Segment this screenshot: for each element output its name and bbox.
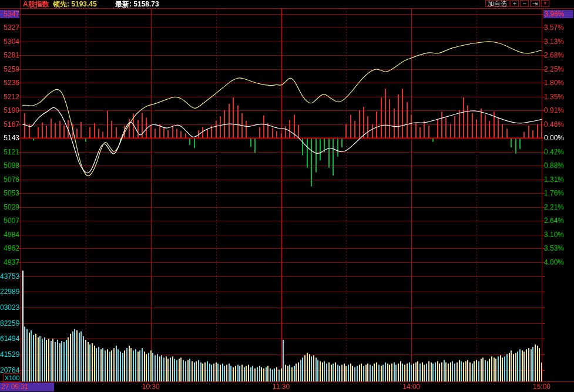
price-axis-label: 5076 <box>0 175 19 184</box>
time-axis-label: 15:00 <box>533 383 550 391</box>
title-bar: A股指数 领先: 5193.45 最新: 5158.73 加自选 + − ⇥ ▼ <box>0 0 574 8</box>
percent-axis-label: 4.00% <box>543 258 573 266</box>
percent-axis-label: 1.76% <box>543 189 573 197</box>
add-watchlist-button[interactable]: 加自选 <box>485 0 509 7</box>
price-axis-label: 4937 <box>0 258 19 266</box>
price-axis-label: 4962 <box>0 244 19 252</box>
leading-label: 领先: <box>53 0 69 8</box>
price-axis-label: 5304 <box>0 38 19 46</box>
percent-axis-label: 3.96% <box>543 10 573 18</box>
zoom-in-button[interactable]: + <box>511 0 519 7</box>
time-axis-label: 14:00 <box>402 383 420 391</box>
last-quote: 最新: 5158.73 <box>115 0 159 8</box>
intraday-chart-canvas[interactable] <box>0 0 574 392</box>
percent-axis-label: 0.91% <box>543 106 573 114</box>
leading-value: 5193.45 <box>71 0 96 8</box>
percent-axis-label: 3.53% <box>543 244 573 252</box>
dropdown-button[interactable]: ▼ <box>541 0 549 7</box>
price-axis-label: 5259 <box>0 65 19 73</box>
percent-axis-label: 0.00% <box>543 134 573 142</box>
volume-axis-label: 61494 <box>0 334 19 343</box>
price-axis-label: 5121 <box>0 148 19 156</box>
time-axis-label: 27 09:31 <box>0 383 54 391</box>
chevron-down-icon: ▼ <box>543 1 548 6</box>
price-axis-label: 5053 <box>0 189 19 197</box>
percent-axis-label: 2.68% <box>543 51 573 59</box>
percent-axis-label: 2.25% <box>543 65 573 73</box>
stock-app-window: A股指数 领先: 5193.45 最新: 5158.73 加自选 + − ⇥ ▼… <box>0 0 574 392</box>
price-axis-label: 5281 <box>0 51 19 59</box>
price-axis-label: 5143 <box>0 134 19 142</box>
percent-axis-label: 1.35% <box>543 93 573 101</box>
last-value: 5158.73 <box>133 0 159 8</box>
time-axis-label: 11:30 <box>273 383 290 391</box>
volume-unit-label: X100 <box>3 373 21 383</box>
percent-axis-label: 3.13% <box>543 38 573 46</box>
volume-axis-label: 03023 <box>0 303 19 312</box>
percent-axis-label: 3.10% <box>543 231 573 239</box>
price-axis-label: 5007 <box>0 217 19 225</box>
percent-axis-label: 1.80% <box>543 79 573 87</box>
percent-axis-label: 0.88% <box>543 161 573 170</box>
price-axis-label: 5098 <box>0 161 19 170</box>
toolbar: 加自选 + − ⇥ ▼ <box>485 0 549 8</box>
index-name: A股指数 <box>23 0 49 8</box>
percent-axis-label: 2.21% <box>543 203 573 211</box>
last-label: 最新: <box>115 0 132 8</box>
volume-axis-label: 43753 <box>0 272 19 281</box>
skip-to-end-button[interactable]: ⇥ <box>530 0 540 7</box>
volume-axis-label: 82259 <box>0 319 19 327</box>
price-axis-label: 5167 <box>0 120 19 129</box>
percent-axis-label: 0.42% <box>543 148 573 156</box>
percent-axis-label: 0.46% <box>543 120 573 129</box>
percent-axis-label: 1.31% <box>543 175 573 184</box>
percent-axis-label: 3.57% <box>543 23 573 32</box>
volume-axis-label: 22989 <box>0 288 19 296</box>
price-axis-label: 5347 <box>0 10 19 18</box>
leading-quote: 领先: 5193.45 <box>53 0 97 8</box>
price-axis-label: 5029 <box>0 203 19 211</box>
price-axis-label: 5212 <box>0 93 19 101</box>
volume-axis-label: 41529 <box>0 350 19 359</box>
percent-axis-label: 2.64% <box>543 217 573 225</box>
price-axis-label: 5236 <box>0 79 19 87</box>
price-axis-label: 5190 <box>0 106 19 114</box>
price-axis-label: 4984 <box>0 231 19 239</box>
price-axis-label: 5327 <box>0 23 19 32</box>
time-axis-label: 10:30 <box>142 383 160 391</box>
zoom-out-button[interactable]: − <box>520 0 528 7</box>
